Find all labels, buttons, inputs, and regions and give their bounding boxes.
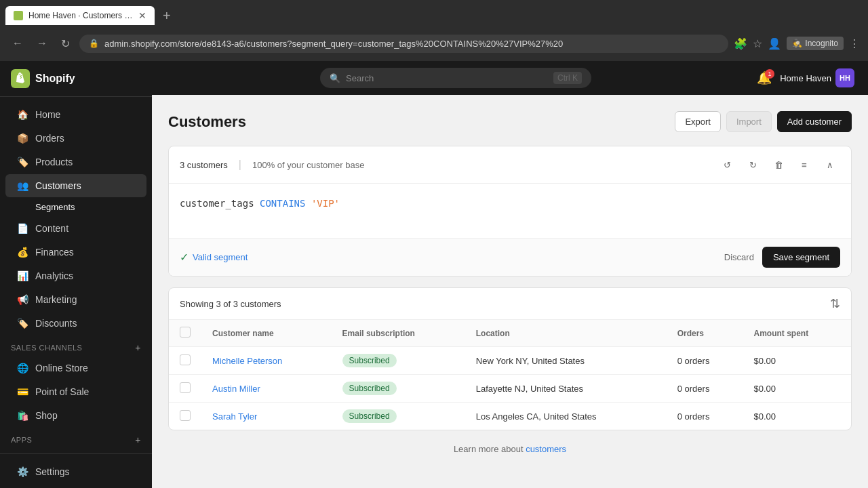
store-initials: HH <box>840 74 850 82</box>
sidebar-label-products: Products <box>35 157 73 167</box>
delete-button[interactable]: 🗑 <box>768 155 789 175</box>
row2-name[interactable]: Austin Miller <box>201 375 332 403</box>
back-button[interactable]: ← <box>8 35 27 52</box>
bookmark-icon[interactable]: ☆ <box>753 37 762 50</box>
apps-expand-icon[interactable]: + <box>135 434 141 445</box>
select-all-header[interactable] <box>169 320 201 347</box>
customer-table-card: Showing 3 of 3 customers ⇅ Customer name… <box>168 287 852 430</box>
marketing-icon: 📢 <box>16 293 28 306</box>
sales-channels-section: Sales channels + <box>0 336 152 356</box>
sidebar-item-discounts[interactable]: 🏷️ Discounts <box>5 312 146 335</box>
sidebar-label-marketing: Marketing <box>35 294 77 305</box>
segment-footer: ✓ Valid segment Discard Save segment <box>169 238 851 276</box>
address-text: admin.shopify.com/store/de8143-a6/custom… <box>104 39 719 49</box>
search-bar[interactable]: 🔍 Search Ctrl K <box>320 68 591 88</box>
col-location: Location <box>465 320 667 347</box>
page-title: Customers <box>168 113 246 131</box>
row2-subscribed-badge: Subscribed <box>342 382 397 395</box>
table-row[interactable]: Sarah Tyler Subscribed Los Angeles CA, U… <box>169 403 851 430</box>
sidebar-item-analytics[interactable]: 📊 Analytics <box>5 264 146 287</box>
segment-editor[interactable]: customer_tags CONTAINS 'VIP' <box>169 184 851 238</box>
address-bar[interactable]: 🔒 admin.shopify.com/store/de8143-a6/cust… <box>79 35 728 53</box>
sidebar-label-online-store: Online Store <box>35 363 88 373</box>
sidebar-item-customers[interactable]: 👥 Customers <box>5 174 146 197</box>
sidebar-item-marketing[interactable]: 📢 Marketing <box>5 288 146 311</box>
sidebar-item-point-of-sale[interactable]: 💳 Point of Sale <box>5 380 146 403</box>
col-orders: Orders <box>667 320 743 347</box>
products-icon: 🏷️ <box>16 156 28 168</box>
discard-button[interactable]: Discard <box>724 252 754 262</box>
row2-location: Lafayette NJ, United States <box>465 375 667 403</box>
apps-section: Apps + <box>0 428 152 448</box>
row3-checkbox-cell[interactable] <box>169 403 201 430</box>
page-content: Customers Export Import Add customer 3 c… <box>168 111 852 468</box>
sidebar-item-orders[interactable]: 📦 Orders <box>5 127 146 150</box>
menu-icon[interactable]: ⋮ <box>849 37 860 50</box>
sidebar-item-shop[interactable]: 🛍️ Shop <box>5 404 146 427</box>
sidebar-header: Shopify <box>0 61 152 97</box>
row1-location: New York NY, United States <box>465 347 667 375</box>
tab-close-button[interactable]: ✕ <box>138 10 146 21</box>
search-shortcut: Ctrl K <box>553 72 582 84</box>
row1-email: Subscribed <box>332 347 465 375</box>
store-menu[interactable]: Home Haven HH <box>780 68 854 87</box>
sidebar-label-settings: Settings <box>35 466 70 477</box>
redo-button[interactable]: ↻ <box>743 155 763 175</box>
save-segment-button[interactable]: Save segment <box>762 247 840 268</box>
filter-button[interactable]: ≡ <box>794 155 814 175</box>
add-customer-button[interactable]: Add customer <box>777 111 852 132</box>
sidebar-item-content[interactable]: 📄 Content <box>5 217 146 240</box>
pos-icon: 💳 <box>16 386 28 398</box>
sidebar-label-pos: Point of Sale <box>35 386 89 397</box>
row1-checkbox-cell[interactable] <box>169 347 201 375</box>
orders-icon: 📦 <box>16 132 28 144</box>
sort-button[interactable]: ⇅ <box>830 296 840 311</box>
customer-base-pct: 100% of your customer base <box>252 160 364 170</box>
page-header: Customers Export Import Add customer <box>168 111 852 132</box>
select-all-checkbox[interactable] <box>180 327 191 338</box>
table-header: Showing 3 of 3 customers ⇅ <box>169 288 851 320</box>
incognito-label: Incognito <box>805 39 838 48</box>
reload-button[interactable]: ↻ <box>57 35 74 53</box>
row2-checkbox-cell[interactable] <box>169 375 201 403</box>
sidebar-label-customers: Customers <box>35 180 81 191</box>
forward-button[interactable]: → <box>33 35 52 52</box>
row1-checkbox[interactable] <box>180 354 191 365</box>
sidebar-item-online-store[interactable]: 🌐 Online Store <box>5 357 146 380</box>
table-row[interactable]: Michelle Peterson Subscribed New York NY… <box>169 347 851 375</box>
segment-footer-actions: Discard Save segment <box>724 247 840 268</box>
learn-more-link[interactable]: customers <box>526 444 566 454</box>
profile-icon[interactable]: 👤 <box>768 37 781 50</box>
row3-name[interactable]: Sarah Tyler <box>201 403 332 430</box>
sidebar-sub-item-segments[interactable]: Segments <box>5 198 146 216</box>
expand-icon[interactable]: + <box>135 342 141 353</box>
online-store-icon: 🌐 <box>16 362 28 374</box>
shopify-logo[interactable]: Shopify <box>11 69 75 88</box>
sidebar-label-orders: Orders <box>35 133 64 144</box>
active-tab[interactable]: Home Haven · Customers · Sho... ✕ <box>5 6 155 25</box>
valid-label: Valid segment <box>193 252 248 262</box>
row3-checkbox[interactable] <box>180 410 191 421</box>
export-button[interactable]: Export <box>675 111 721 132</box>
search-icon: 🔍 <box>330 73 340 83</box>
table-row[interactable]: Austin Miller Subscribed Lafayette NJ, U… <box>169 375 851 403</box>
sidebar-nav: 🏠 Home 📦 Orders 🏷️ Products 👥 Customers … <box>0 97 152 453</box>
sidebar-item-settings[interactable]: ⚙️ Settings <box>5 460 146 483</box>
sidebar-item-home[interactable]: 🏠 Home <box>5 103 146 126</box>
main-content: 🔍 Search Ctrl K 🔔 1 Home Haven HH <box>152 61 868 488</box>
sidebar-item-products[interactable]: 🏷️ Products <box>5 150 146 174</box>
extensions-icon[interactable]: 🧩 <box>734 37 747 50</box>
notification-bell[interactable]: 🔔 1 <box>757 70 772 85</box>
toolbar-right: 🧩 ☆ 👤 🕵️ Incognito ⋮ <box>734 37 860 50</box>
row1-name[interactable]: Michelle Peterson <box>201 347 332 375</box>
undo-button[interactable]: ↺ <box>717 155 737 175</box>
lock-icon: 🔒 <box>89 39 99 48</box>
new-tab-button[interactable]: + <box>157 5 176 26</box>
collapse-button[interactable]: ∧ <box>820 155 840 175</box>
header-actions: Export Import Add customer <box>675 111 852 132</box>
sidebar-item-finances[interactable]: 💰 Finances <box>5 241 146 264</box>
import-button: Import <box>726 111 772 132</box>
row3-orders: 0 orders <box>667 403 743 430</box>
sidebar-label-content: Content <box>35 223 68 234</box>
row2-checkbox[interactable] <box>180 382 191 393</box>
